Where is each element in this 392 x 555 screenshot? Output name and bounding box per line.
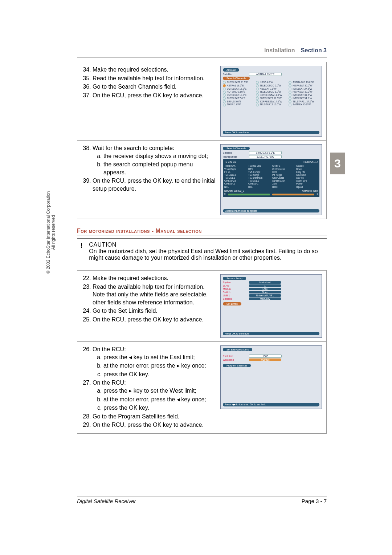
step-box-3: Make the required selections. Read the a… [77, 270, 327, 342]
step-27b: at the motor error, press the ◂ key once… [103, 396, 217, 404]
step-text-3: Make the required selections. Read the a… [82, 274, 217, 338]
sat-item: INTELSAT 31.5°W [289, 94, 319, 97]
fig2-tp-value: 12111/H/27500 [249, 155, 282, 158]
page-footer: Digital Satellite Receiver Page 3 - 7 [77, 496, 327, 504]
channel-item: TV1GS1.3 [224, 177, 246, 179]
step-38b: the search completed popup menu appears. [103, 161, 217, 176]
sat-item: EXPRESS5A 11.0°W [256, 94, 287, 97]
step-text-2: Wait for the search to complete: the rec… [82, 144, 217, 215]
sub-rule [77, 235, 327, 235]
step-box-2: Wait for the search to complete: the rec… [77, 141, 327, 219]
setup-row: ManualLNB [223, 288, 319, 290]
channel-item: TV1098-381 [248, 165, 270, 167]
fig4-east-value: 1080 [249, 355, 282, 358]
sat-item: EUTELSAT2 12.5°W [256, 97, 287, 100]
header-installation: Installation [264, 47, 295, 53]
channel-item: Soul Raid [296, 174, 318, 177]
figure-set-limits: Set East/West Limit East limit 1080 West… [220, 345, 322, 409]
setup-row: SystemMotorized [223, 281, 319, 284]
channel-item: Star FM [296, 177, 318, 179]
fig2-sat-value: SIRIUS2,3 5.0°E [249, 151, 282, 154]
sat-item: HISPASAT 30.0°W [289, 84, 319, 88]
step-27c: press the OK key. [103, 404, 217, 412]
step-37: On the RCU, press the OK key to advance. [93, 92, 217, 100]
channel-item: Disco [296, 168, 318, 171]
fig2-stats-left: Network 180492_2 [224, 190, 244, 193]
sat-item: EXPRESS3A 14.0°W [256, 100, 287, 104]
setup-row: LNB 1Universal LNB1 [223, 294, 319, 297]
header-section: Section 3 [301, 47, 327, 53]
fig2-tp-right: 5 [317, 193, 318, 195]
channel-item: TV3 Norge [248, 174, 270, 177]
channel-item: Travel Chn. [224, 165, 246, 167]
fig3-footer: Press OK to continue [223, 332, 319, 335]
fig1-sat-value: ASTRA1 19.2°E [249, 73, 282, 76]
fig4-west-label: West limit [223, 358, 248, 361]
fig4-program: Program Satellites [223, 364, 251, 367]
channel-item: Visual Sync [224, 168, 246, 171]
channel-item: Screen 12ch [272, 179, 294, 182]
channel-item: Power [296, 182, 318, 185]
sat-item: EUTELSAT 7.0°E [223, 97, 254, 100]
channel-item: TV3 Denmark [248, 177, 270, 179]
figure-system-setup: System Setup SystemMotorized1LNB1ManualL… [220, 274, 322, 338]
step-34: Make the required selections. [93, 66, 217, 74]
step-26b: at the motor error, press the ▸ key once… [103, 362, 217, 370]
channel-item: CINEMA2.5 [224, 179, 246, 182]
step-28: Go to the Program Satellites field. [93, 413, 217, 421]
fig3-set-limits: Set Limits [223, 302, 241, 305]
step-22: Make the required selections. [93, 274, 217, 282]
side-copyright: © 2002 EchoStar International Corporatio… [46, 185, 56, 280]
step-26c: press the OK key. [103, 370, 217, 378]
caution-block: ! CAUTION On the motorized dish, set the… [77, 238, 327, 265]
sat-item: TELSTAR11 37.5°W [289, 100, 319, 104]
channel-item: Easy FM [296, 171, 318, 174]
fig3-btn: System Setup [223, 277, 246, 280]
channel-item: P4 Norge [272, 174, 294, 177]
fig4-east-label: East limit [223, 355, 248, 357]
fig1-sat-label: Satellite [223, 73, 248, 76]
channel-item: NTL [224, 186, 246, 189]
step-35: Read the available help text for informa… [93, 74, 217, 82]
channel-item: Fill 24 [224, 171, 246, 174]
step-26a: press the ◂ key to set the East limit; [103, 353, 217, 361]
sat-item: INTELSAT 34.5°W [289, 97, 319, 100]
step-36: Go to the Search Channels field. [93, 83, 217, 91]
fig1-sat-list: EUTELSAT2 21.5°EASTRA1 19.2°EEUTELSAT 16… [223, 81, 319, 106]
sat-item: EUTELSAT 10.0°E [223, 94, 254, 97]
sat-item: EUTELSAT 16.0°E [223, 88, 254, 91]
sat-item: TELECOM2C 5.0°W [256, 84, 287, 88]
fig2-btn: Search Channels [223, 147, 250, 150]
motorized-subheading: For motorized installations - Manual sel… [77, 228, 327, 234]
step-text-1: Make the required selections. Read the a… [82, 66, 217, 137]
fig2-sat-label: Satellite [223, 151, 248, 154]
sat-item: TELECOM2D 8.0°W [256, 90, 287, 94]
step-23: Read the available help text for informa… [93, 283, 217, 307]
fig1-search-btn: Search Channels [223, 77, 250, 80]
channel-item: Rock [272, 186, 294, 189]
channel-item: Classic [296, 165, 318, 167]
channel-item: CH 5FS [272, 165, 294, 167]
figure-autosat: AutoSat Satellite ASTRA1 19.2°E Search C… [220, 66, 322, 137]
channel-item: Hip/All [296, 186, 318, 189]
chapter-tab: 3 [330, 153, 345, 174]
fig2-footer: Search channels is complete [223, 209, 319, 212]
step-27: On the RCU: [93, 380, 126, 386]
step-39: On the RCU, press the OK key. to end the… [93, 177, 217, 193]
caution-title: CAUTION [89, 242, 324, 248]
fig2-radio-header: Radio Ch1 17 [303, 161, 318, 163]
sat-item: NSS7 4.0°W [256, 81, 287, 84]
step-27a: press the ▸ key to set the West limit; [103, 387, 217, 395]
footer-right: Page 3 - 7 [302, 498, 327, 504]
fig2-tv-header: TV Ch1 SB [224, 161, 236, 163]
step-24: Go to the Set Limits field. [93, 307, 217, 315]
copyright-line2: All rights reserved [51, 185, 56, 280]
fig2-tp-label: Transponder [223, 155, 248, 158]
sat-item: EUTELSAT2 21.5°E [223, 81, 254, 84]
copyright-line1: © 2002 EchoStar International Corporatio… [46, 185, 51, 280]
sat-item: NILESAT 7.0°W [256, 88, 287, 91]
page-header: Installation Section 3 [264, 47, 327, 54]
channel-item: CINEMA1 [248, 182, 270, 185]
caution-body: On the motorized dish, set the physical … [89, 248, 324, 261]
step-25: On the RCU, press the OK key to advance. [93, 316, 217, 324]
